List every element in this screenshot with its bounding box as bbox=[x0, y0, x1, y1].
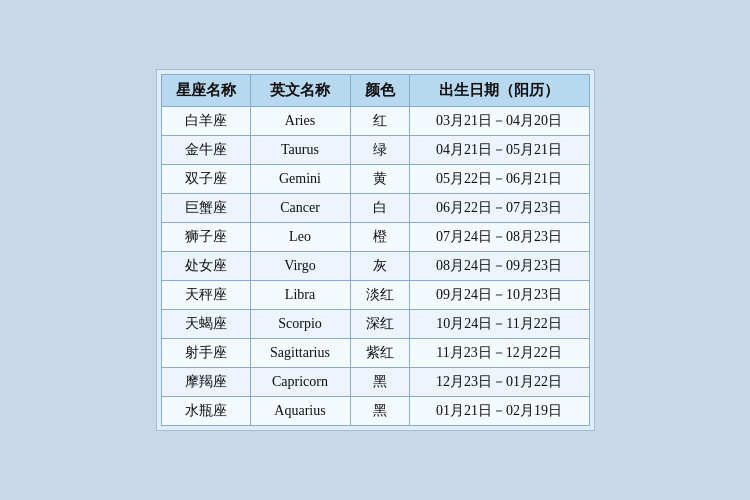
zodiac-table: 星座名称 英文名称 颜色 出生日期（阳历） 白羊座Aries红03月21日－04… bbox=[161, 74, 590, 426]
table-row: 摩羯座Capricorn黑12月23日－01月22日 bbox=[161, 368, 589, 397]
cell-color: 黑 bbox=[350, 368, 409, 397]
table-row: 白羊座Aries红03月21日－04月20日 bbox=[161, 107, 589, 136]
cell-chinese: 天蝎座 bbox=[161, 310, 250, 339]
cell-date: 04月21日－05月21日 bbox=[409, 136, 589, 165]
cell-color: 绿 bbox=[350, 136, 409, 165]
cell-color: 深红 bbox=[350, 310, 409, 339]
table-row: 处女座Virgo灰08月24日－09月23日 bbox=[161, 252, 589, 281]
cell-date: 08月24日－09月23日 bbox=[409, 252, 589, 281]
cell-color: 橙 bbox=[350, 223, 409, 252]
table-row: 水瓶座Aquarius黑01月21日－02月19日 bbox=[161, 397, 589, 426]
cell-date: 10月24日－11月22日 bbox=[409, 310, 589, 339]
cell-chinese: 双子座 bbox=[161, 165, 250, 194]
cell-date: 05月22日－06月21日 bbox=[409, 165, 589, 194]
cell-english: Gemini bbox=[250, 165, 350, 194]
cell-color: 淡红 bbox=[350, 281, 409, 310]
cell-chinese: 摩羯座 bbox=[161, 368, 250, 397]
cell-english: Cancer bbox=[250, 194, 350, 223]
header-chinese: 星座名称 bbox=[161, 75, 250, 107]
cell-date: 07月24日－08月23日 bbox=[409, 223, 589, 252]
header-english: 英文名称 bbox=[250, 75, 350, 107]
table-header-row: 星座名称 英文名称 颜色 出生日期（阳历） bbox=[161, 75, 589, 107]
cell-english: Leo bbox=[250, 223, 350, 252]
cell-chinese: 天秤座 bbox=[161, 281, 250, 310]
cell-color: 黄 bbox=[350, 165, 409, 194]
header-color: 颜色 bbox=[350, 75, 409, 107]
cell-english: Libra bbox=[250, 281, 350, 310]
cell-date: 09月24日－10月23日 bbox=[409, 281, 589, 310]
cell-date: 06月22日－07月23日 bbox=[409, 194, 589, 223]
cell-english: Sagittarius bbox=[250, 339, 350, 368]
table-row: 天秤座Libra淡红09月24日－10月23日 bbox=[161, 281, 589, 310]
table-row: 双子座Gemini黄05月22日－06月21日 bbox=[161, 165, 589, 194]
table-row: 天蝎座Scorpio深红10月24日－11月22日 bbox=[161, 310, 589, 339]
cell-date: 11月23日－12月22日 bbox=[409, 339, 589, 368]
cell-chinese: 白羊座 bbox=[161, 107, 250, 136]
cell-color: 黑 bbox=[350, 397, 409, 426]
cell-color: 紫红 bbox=[350, 339, 409, 368]
table-row: 巨蟹座Cancer白06月22日－07月23日 bbox=[161, 194, 589, 223]
cell-color: 白 bbox=[350, 194, 409, 223]
zodiac-table-container: 星座名称 英文名称 颜色 出生日期（阳历） 白羊座Aries红03月21日－04… bbox=[156, 69, 595, 431]
cell-chinese: 水瓶座 bbox=[161, 397, 250, 426]
cell-chinese: 金牛座 bbox=[161, 136, 250, 165]
cell-chinese: 处女座 bbox=[161, 252, 250, 281]
cell-date: 03月21日－04月20日 bbox=[409, 107, 589, 136]
cell-english: Scorpio bbox=[250, 310, 350, 339]
cell-english: Virgo bbox=[250, 252, 350, 281]
cell-color: 红 bbox=[350, 107, 409, 136]
cell-english: Taurus bbox=[250, 136, 350, 165]
table-row: 射手座Sagittarius紫红11月23日－12月22日 bbox=[161, 339, 589, 368]
table-row: 金牛座Taurus绿04月21日－05月21日 bbox=[161, 136, 589, 165]
cell-chinese: 狮子座 bbox=[161, 223, 250, 252]
table-row: 狮子座Leo橙07月24日－08月23日 bbox=[161, 223, 589, 252]
cell-date: 12月23日－01月22日 bbox=[409, 368, 589, 397]
cell-chinese: 巨蟹座 bbox=[161, 194, 250, 223]
cell-english: Aquarius bbox=[250, 397, 350, 426]
cell-date: 01月21日－02月19日 bbox=[409, 397, 589, 426]
cell-english: Capricorn bbox=[250, 368, 350, 397]
cell-color: 灰 bbox=[350, 252, 409, 281]
header-date: 出生日期（阳历） bbox=[409, 75, 589, 107]
cell-chinese: 射手座 bbox=[161, 339, 250, 368]
cell-english: Aries bbox=[250, 107, 350, 136]
